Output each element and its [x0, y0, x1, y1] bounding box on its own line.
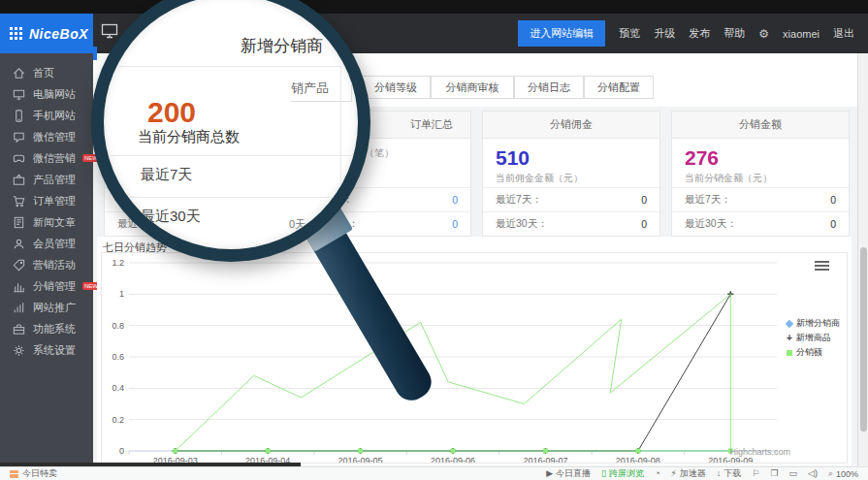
stat-card-2: 分销佣金510当前佣金金额（元）最近7天：0最近30天：0 [482, 111, 660, 237]
chat-icon [12, 130, 26, 144]
card-value-label: 当前分销金额（元） [685, 172, 849, 185]
status-bar: 今日特卖 ▶今日直播▯跨屏浏览◔⚡加速器↓下载⚐❐▭◁)⌕100% [0, 466, 868, 480]
card-row: 最近7天：0 [672, 187, 849, 211]
gear-icon [12, 343, 26, 358]
sidebar-item-6[interactable]: 订单管理 [0, 190, 93, 211]
scrollbar-thumb[interactable] [860, 247, 867, 432]
sidebar-item-label: 电脑网站 [33, 87, 76, 102]
card-value-label: 当前佣金金额（元） [496, 172, 659, 185]
magnified-card-title: 新增分销商 [241, 35, 323, 57]
svg-text:2016-09-05: 2016-09-05 [338, 456, 383, 463]
tab-4[interactable]: 分销配置 [584, 76, 654, 99]
signal-icon [12, 301, 26, 315]
statusbar-item-label: 100% [836, 469, 858, 479]
magnified-row-7d: 最近7天 [141, 166, 192, 184]
statusbar-item-跨屏浏览[interactable]: ▯跨屏浏览 [601, 467, 644, 480]
sale-icon [10, 470, 18, 478]
download-icon: ↓ [717, 469, 722, 478]
statusbar-item-label: 今日直播 [556, 467, 591, 480]
statusbar-item-今日直播[interactable]: ▶今日直播 [546, 467, 591, 480]
app-logo[interactable]: NiceBoX [0, 14, 93, 53]
svg-text:1.2: 1.2 [112, 258, 124, 268]
card-row: 最近30天：0 [483, 211, 659, 236]
legend-label: 新增分销商 [796, 317, 840, 330]
tab-1[interactable]: 分销等级 [361, 76, 431, 99]
svg-text:0: 0 [119, 446, 124, 456]
phone-icon: ▯ [601, 469, 606, 478]
navbar-right: 进入网站编辑 预览升级发布帮助 ⚙ xiaomei 退出 [518, 14, 854, 53]
sidebar-item-2[interactable]: 手机网站 [0, 105, 93, 126]
news-icon [12, 215, 26, 230]
statusbar-item-label: 跨屏浏览 [609, 467, 644, 480]
statusbar-item-下载[interactable]: ↓下载 [717, 467, 742, 480]
svg-text:2016-09-08: 2016-09-08 [616, 456, 660, 463]
tag-icon [12, 258, 26, 272]
todays-deal-label: 今日特卖 [22, 467, 57, 480]
sidebar-item-label: 网站推广 [33, 301, 76, 315]
svg-text:1: 1 [119, 289, 124, 299]
flag-icon: ⚐ [752, 469, 759, 478]
monitor-tab-icon[interactable] [101, 23, 118, 39]
sidebar-item-11[interactable]: 网站推广 [0, 297, 93, 318]
legend-item-1[interactable]: +新增商品 [787, 332, 840, 344]
logout-link[interactable]: 退出 [833, 26, 854, 41]
sidebar-item-4[interactable]: 微信营销NEW [0, 147, 93, 169]
statusbar-item-100%[interactable]: ⌕100% [828, 469, 858, 479]
legend-item-0[interactable]: 新增分销商 [787, 317, 840, 330]
card-title: 分销佣金 [483, 112, 659, 139]
sidebar-item-label: 微信营销 [33, 151, 76, 166]
chart-menu-icon[interactable] [815, 261, 829, 272]
window-top-strip [0, 0, 868, 14]
nav-link-0[interactable]: 预览 [619, 26, 640, 41]
grid-icon [10, 27, 22, 40]
tab-3[interactable]: 分销日志 [514, 76, 584, 99]
dashboard-icon: ◔ [655, 469, 659, 478]
sidebar-item-0[interactable]: 首页 [0, 62, 93, 83]
sidebar-item-13[interactable]: 系统设置 [0, 339, 93, 361]
statusbar-item-dashboard-icon[interactable]: ◔ [655, 469, 659, 478]
legend-item-2[interactable]: 分销额 [787, 346, 840, 359]
todays-deal[interactable]: 今日特卖 [10, 467, 57, 480]
enter-site-editor-button[interactable]: 进入网站编辑 [518, 20, 605, 47]
nav-link-2[interactable]: 发布 [689, 26, 710, 41]
sidebar-item-label: 首页 [33, 66, 54, 80]
game-icon [12, 151, 26, 166]
sidebar: 首页电脑网站手机网站微信管理微信营销NEW产品管理订单管理新闻文章会员管理营销活… [0, 53, 93, 463]
magnified-tab-fragment: 销产品 [291, 76, 352, 102]
sidebar-item-1[interactable]: 电脑网站 [0, 83, 93, 105]
username[interactable]: xiaomei [783, 28, 820, 40]
sidebar-item-5[interactable]: 产品管理 [0, 169, 93, 190]
card-row: 最近7天：0 [483, 187, 659, 211]
sidebar-item-12[interactable]: 功能系统 [0, 318, 93, 339]
nav-link-1[interactable]: 升级 [654, 26, 675, 41]
nav-link-3[interactable]: 帮助 [723, 26, 745, 41]
stat-card-3: 分销金额276当前分销金额（元）最近7天：0最近30天：0 [671, 111, 850, 237]
home-icon [12, 66, 26, 80]
statusbar-item-加速器[interactable]: ⚡加速器 [671, 467, 706, 480]
sidebar-item-3[interactable]: 微信管理 [0, 126, 93, 147]
bag-icon [12, 173, 26, 187]
statusbar-item-window-icon[interactable]: ▭ [788, 469, 797, 478]
statusbar-tools: ▶今日直播▯跨屏浏览◔⚡加速器↓下载⚐❐▭◁)⌕100% [546, 467, 858, 480]
tab-2[interactable]: 分销商审核 [431, 76, 514, 99]
sidebar-item-7[interactable]: 新闻文章 [0, 211, 93, 233]
scrollbar[interactable]: ▲ [857, 14, 868, 466]
window-icon: ▭ [788, 469, 797, 478]
sidebar-item-8[interactable]: 会员管理 [0, 233, 93, 254]
statusbar-item-sound-icon[interactable]: ◁) [808, 469, 818, 478]
statusbar-item-layers-icon[interactable]: ❐ [770, 469, 778, 478]
highcharts-credits[interactable]: Highcharts.com [729, 447, 790, 457]
statusbar-item-flag-icon[interactable]: ⚐ [752, 469, 759, 478]
legend-label: 分销额 [796, 346, 822, 359]
magnified-row-30d: 最近30天 [141, 208, 201, 226]
svg-text:0.4: 0.4 [112, 383, 124, 393]
magnified-value: 200 [147, 96, 196, 129]
magnified-value-label: 当前分销商总数 [138, 128, 240, 146]
gear-icon[interactable]: ⚙ [758, 27, 769, 41]
svg-text:0.2: 0.2 [112, 415, 124, 425]
sidebar-item-9[interactable]: 营销活动 [0, 254, 93, 275]
boost-icon: ⚡ [671, 469, 677, 478]
sidebar-item-10[interactable]: 分销管理NEW [0, 275, 93, 297]
svg-text:2016-09-04: 2016-09-04 [245, 456, 290, 463]
chart-box: 00.20.40.60.811.22016-09-032016-09-04201… [101, 252, 848, 464]
